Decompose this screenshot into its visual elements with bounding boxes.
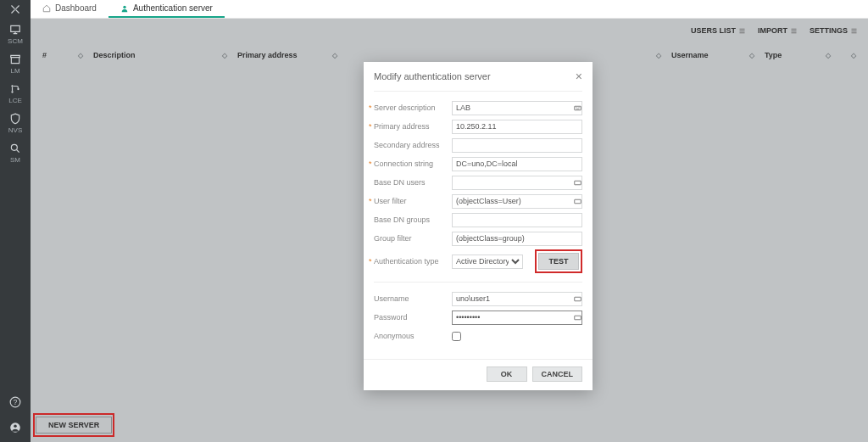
- app-logo: [0, 0, 31, 19]
- tab-dashboard[interactable]: Dashboard: [31, 0, 108, 18]
- svg-rect-13: [574, 106, 581, 110]
- label-base-dn-groups: Base DN groups: [374, 215, 452, 224]
- checkbox-anonymous[interactable]: [452, 332, 461, 341]
- label-group-filter: Group filter: [374, 234, 452, 243]
- label-connection-string: Connection string: [374, 159, 452, 168]
- archive-icon: [9, 53, 21, 65]
- home-icon: [42, 4, 51, 13]
- svg-point-4: [11, 85, 13, 87]
- svg-point-6: [17, 88, 19, 90]
- tab-authentication-server[interactable]: Authentication server: [108, 0, 225, 18]
- highlight-box: TEST: [535, 249, 582, 273]
- svg-rect-16: [574, 297, 581, 301]
- label-anonymous: Anonymous: [374, 332, 452, 340]
- svg-rect-15: [574, 199, 581, 204]
- search-icon: [9, 143, 21, 154]
- svg-point-7: [11, 144, 17, 150]
- sidebar-label: SM: [10, 156, 20, 164]
- sidebar-item-nvs[interactable]: NVS: [0, 108, 31, 137]
- sidebar-account[interactable]: [0, 417, 31, 442]
- input-secondary-address[interactable]: [452, 138, 582, 153]
- ok-button[interactable]: OK: [487, 366, 527, 382]
- input-server-description[interactable]: [452, 101, 582, 115]
- sidebar-item-scm[interactable]: SCM: [0, 19, 31, 48]
- help-icon: ?: [9, 396, 21, 408]
- shield-icon: [9, 113, 21, 125]
- dialog-close-button[interactable]: ×: [576, 70, 582, 82]
- svg-rect-3: [15, 9, 19, 14]
- svg-rect-14: [574, 181, 581, 185]
- dialog-footer: OK CANCEL: [364, 359, 593, 390]
- sidebar-item-sm[interactable]: SM: [0, 137, 31, 167]
- label-server-description: Server description: [374, 104, 452, 112]
- input-password[interactable]: [452, 311, 582, 325]
- user-icon: [120, 4, 129, 13]
- monitor-icon: [9, 24, 21, 36]
- svg-point-5: [11, 91, 13, 92]
- main-area: Dashboard Authentication server USERS LI…: [31, 0, 868, 442]
- input-connection-string[interactable]: [452, 157, 582, 171]
- input-user-filter[interactable]: [452, 194, 582, 209]
- svg-rect-1: [11, 9, 15, 14]
- sidebar-label: NVS: [8, 126, 22, 134]
- label-password: Password: [374, 313, 452, 322]
- svg-rect-0: [15, 5, 19, 9]
- modify-auth-server-dialog: Modify authentication server × Server de…: [364, 62, 593, 390]
- keyboard-icon[interactable]: [572, 312, 582, 322]
- label-base-dn-users: Base DN users: [374, 178, 452, 187]
- svg-point-11: [14, 425, 17, 428]
- input-base-dn-users[interactable]: [452, 176, 582, 190]
- label-primary-address: Primary address: [374, 122, 452, 131]
- svg-rect-2: [11, 5, 15, 9]
- left-sidebar: SCM LM LCE NVS SM ?: [0, 0, 31, 442]
- input-base-dn-groups[interactable]: [452, 213, 582, 227]
- sidebar-label: SCM: [8, 37, 23, 45]
- sidebar-item-lce[interactable]: LCE: [0, 78, 31, 108]
- tab-label: Authentication server: [133, 3, 213, 13]
- label-username: Username: [374, 294, 452, 303]
- dialog-title-bar: Modify authentication server ×: [364, 62, 593, 89]
- label-user-filter: User filter: [374, 197, 452, 205]
- content-stage: USERS LIST IMPORT SETTINGS #◇ Descriptio…: [31, 19, 868, 442]
- user-icon: [9, 422, 21, 434]
- branch-icon: [9, 83, 21, 95]
- keyboard-icon[interactable]: [572, 294, 582, 304]
- dialog-title: Modify authentication server: [374, 71, 491, 81]
- test-button[interactable]: TEST: [538, 253, 579, 270]
- label-secondary-address: Secondary address: [374, 141, 452, 149]
- cancel-button[interactable]: CANCEL: [532, 366, 583, 382]
- svg-point-12: [123, 5, 125, 8]
- sidebar-label: LM: [10, 67, 19, 75]
- keyboard-icon[interactable]: [572, 103, 582, 113]
- input-username[interactable]: [452, 292, 582, 306]
- sidebar-label: LCE: [8, 97, 22, 104]
- sidebar-help[interactable]: ?: [0, 391, 31, 417]
- label-authentication-type: Authentication type: [374, 257, 452, 266]
- keyboard-icon[interactable]: [572, 177, 582, 187]
- input-group-filter[interactable]: [452, 232, 582, 246]
- input-primary-address[interactable]: [452, 120, 582, 134]
- tab-label: Dashboard: [55, 3, 97, 13]
- select-authentication-type[interactable]: Active Directory: [452, 255, 523, 269]
- keyboard-icon[interactable]: [572, 196, 582, 206]
- svg-rect-17: [574, 316, 581, 320]
- svg-text:?: ?: [14, 399, 18, 406]
- tab-bar: Dashboard Authentication server: [31, 0, 868, 19]
- sidebar-item-lm[interactable]: LM: [0, 48, 31, 78]
